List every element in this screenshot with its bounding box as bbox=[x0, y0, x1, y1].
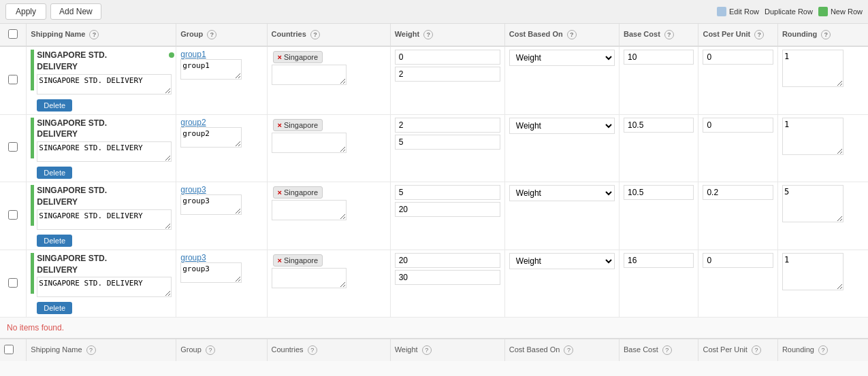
shipping-name-text: SINGAPORE STD. DELIVERY bbox=[37, 118, 172, 141]
rounding-textarea[interactable]: 1 bbox=[782, 50, 843, 87]
weight-cell bbox=[390, 250, 504, 318]
weight-to-input[interactable] bbox=[395, 270, 500, 285]
duplicate-row-label: Duplicate Row bbox=[765, 7, 813, 16]
weight-to-input[interactable] bbox=[395, 135, 500, 150]
group-link[interactable]: group2 bbox=[180, 118, 206, 127]
shipping-name-textarea[interactable]: SINGAPORE STD. DELIVERY bbox=[37, 277, 172, 297]
country-remove-icon[interactable]: × bbox=[278, 121, 282, 129]
footer-cost-based-on-help-icon[interactable]: ? bbox=[564, 345, 573, 355]
cost-based-on-select[interactable]: WeightPriceQuantityVolume bbox=[509, 253, 615, 269]
group-link[interactable]: group3 bbox=[180, 253, 206, 262]
country-remove-icon[interactable]: × bbox=[278, 256, 282, 264]
weight-from-input[interactable] bbox=[395, 118, 500, 133]
rounding-textarea[interactable]: 1 bbox=[782, 253, 843, 290]
weight-from-input[interactable] bbox=[395, 253, 500, 268]
country-remove-icon[interactable]: × bbox=[278, 53, 282, 61]
base-cost-cell bbox=[620, 250, 698, 318]
country-tag: × Singapore bbox=[273, 51, 323, 63]
weight-cell bbox=[390, 114, 504, 182]
footer-shipping-help-icon[interactable]: ? bbox=[86, 345, 96, 355]
no-items-message: No items found. bbox=[7, 323, 64, 332]
weight-from-input[interactable] bbox=[395, 185, 500, 200]
country-textarea[interactable] bbox=[272, 268, 347, 288]
table-footer-row: Shipping Name ? Group ? Countries ? Weig… bbox=[0, 339, 868, 361]
group-link[interactable]: group1 bbox=[180, 50, 206, 59]
footer-group-help-icon[interactable]: ? bbox=[206, 345, 215, 355]
shipping-name-textarea[interactable]: SINGAPORE STD. DELIVERY bbox=[37, 141, 172, 162]
footer-rounding-help-icon[interactable]: ? bbox=[818, 345, 828, 355]
row-checkbox[interactable] bbox=[8, 142, 18, 152]
cost-per-unit-input[interactable] bbox=[703, 50, 773, 65]
footer-weight-help-icon[interactable]: ? bbox=[422, 345, 432, 355]
base-cost-input[interactable] bbox=[624, 50, 694, 65]
country-tag: × Singapore bbox=[273, 186, 323, 199]
countries-help-icon[interactable]: ? bbox=[310, 30, 320, 39]
group-help-icon[interactable]: ? bbox=[207, 30, 216, 39]
group-textarea[interactable]: group3 bbox=[180, 194, 242, 215]
cost-per-unit-help-icon[interactable]: ? bbox=[754, 30, 764, 39]
shipping-name-cell: SINGAPORE STD. DELIVERY SINGAPORE STD. D… bbox=[27, 250, 176, 318]
select-all-checkbox[interactable] bbox=[8, 29, 18, 39]
weight-from-input[interactable] bbox=[395, 50, 500, 65]
delete-button[interactable]: Delete bbox=[37, 167, 72, 179]
shipping-table: Shipping Name ? Group ? Countries ? Weig… bbox=[0, 24, 868, 361]
cost-per-unit-input[interactable] bbox=[703, 185, 773, 200]
delete-button[interactable]: Delete bbox=[37, 235, 72, 247]
apply-button[interactable]: Apply bbox=[5, 3, 46, 20]
row-checkbox[interactable] bbox=[8, 75, 18, 84]
weight-help-icon[interactable]: ? bbox=[423, 30, 433, 39]
cost-based-on-cell: WeightPriceQuantityVolume bbox=[504, 182, 619, 250]
country-tag: × Singapore bbox=[273, 119, 323, 131]
cost-based-on-select[interactable]: WeightPriceQuantityVolume bbox=[509, 50, 615, 66]
country-textarea[interactable] bbox=[272, 65, 347, 85]
th-rounding: Rounding ? bbox=[777, 24, 868, 46]
shipping-name-help-icon[interactable]: ? bbox=[89, 30, 99, 39]
weight-to-input[interactable] bbox=[395, 202, 500, 217]
row-checkbox[interactable] bbox=[8, 278, 18, 288]
country-name: Singapore bbox=[284, 53, 318, 61]
shipping-name-content: SINGAPORE STD. DELIVERY SINGAPORE STD. D… bbox=[37, 50, 172, 112]
base-cost-input[interactable] bbox=[624, 118, 694, 133]
group-cell: group2 group2 bbox=[176, 114, 267, 182]
weight-to-input[interactable] bbox=[395, 67, 500, 82]
footer-group: Group ? bbox=[176, 339, 267, 361]
cost-based-on-select[interactable]: WeightPriceQuantityVolume bbox=[509, 185, 615, 201]
group-link[interactable]: group3 bbox=[180, 185, 206, 194]
base-cost-input[interactable] bbox=[624, 185, 694, 200]
delete-button[interactable]: Delete bbox=[37, 99, 72, 112]
cost-per-unit-cell bbox=[698, 46, 777, 114]
row-checkbox[interactable] bbox=[8, 210, 18, 220]
group-textarea[interactable]: group2 bbox=[180, 127, 242, 148]
country-remove-icon[interactable]: × bbox=[278, 188, 282, 196]
footer-cost-per-unit-help-icon[interactable]: ? bbox=[752, 345, 761, 355]
group-textarea[interactable]: group1 bbox=[180, 59, 242, 80]
shipping-name-cell: SINGAPORE STD. DELIVERY SINGAPORE STD. D… bbox=[27, 46, 176, 114]
cost-per-unit-input[interactable] bbox=[703, 118, 773, 133]
table-row: SINGAPORE STD. DELIVERY SINGAPORE STD. D… bbox=[0, 46, 868, 114]
shipping-name-textarea[interactable]: SINGAPORE STD. DELIVERY bbox=[37, 74, 172, 95]
footer-countries: Countries ? bbox=[267, 339, 390, 361]
rounding-help-icon[interactable]: ? bbox=[821, 30, 831, 39]
countries-cell: × Singapore bbox=[267, 46, 390, 114]
country-textarea[interactable] bbox=[272, 200, 347, 220]
base-cost-help-icon[interactable]: ? bbox=[664, 30, 674, 39]
country-name: Singapore bbox=[284, 256, 318, 264]
group-cell: group1 group1 bbox=[176, 46, 267, 114]
rounding-textarea[interactable]: 5 bbox=[782, 185, 843, 222]
delete-button[interactable]: Delete bbox=[37, 302, 72, 314]
group-textarea[interactable]: group3 bbox=[180, 262, 242, 283]
shipping-name-textarea[interactable]: SINGAPORE STD. DELIVERY bbox=[37, 209, 172, 230]
rounding-textarea[interactable]: 1 bbox=[782, 118, 843, 155]
footer-countries-help-icon[interactable]: ? bbox=[308, 345, 317, 355]
add-new-button[interactable]: Add New bbox=[50, 3, 101, 20]
footer-select-all-checkbox[interactable] bbox=[4, 345, 14, 354]
cost-based-on-select[interactable]: WeightPriceQuantityVolume bbox=[509, 118, 615, 134]
country-textarea[interactable] bbox=[272, 133, 347, 153]
cost-per-unit-input[interactable] bbox=[703, 253, 773, 268]
cost-per-unit-cell bbox=[698, 250, 777, 318]
rounding-cell: 1 bbox=[777, 250, 868, 318]
th-base-cost: Base Cost ? bbox=[620, 24, 698, 46]
base-cost-input[interactable] bbox=[624, 253, 694, 268]
footer-base-cost-help-icon[interactable]: ? bbox=[662, 345, 672, 355]
cost-based-on-help-icon[interactable]: ? bbox=[567, 30, 577, 39]
